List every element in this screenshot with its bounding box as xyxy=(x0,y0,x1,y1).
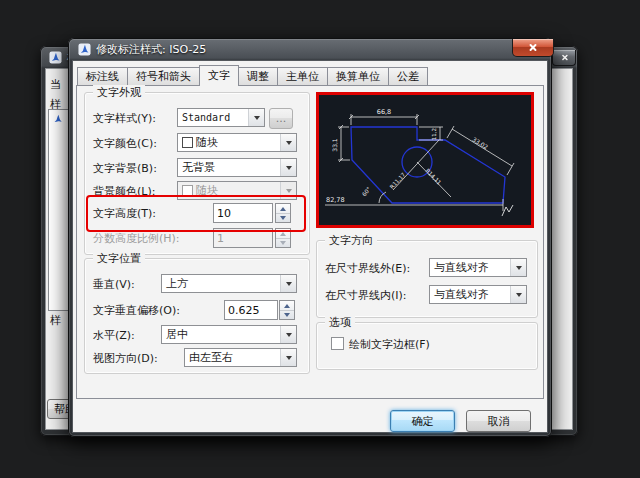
tab-dimension-lines[interactable]: 标注线 xyxy=(77,67,128,85)
chevron-down-icon xyxy=(280,326,296,343)
spin-down-icon[interactable] xyxy=(276,213,290,223)
byblock-color-swatch xyxy=(182,137,193,148)
draw-text-frame-checkbox[interactable] xyxy=(331,337,344,350)
outside-extension-label: 在尺寸界线外(E): xyxy=(325,261,410,276)
background-color-label: 背景颜色(L): xyxy=(93,184,155,199)
outside-extension-value: 与直线对齐 xyxy=(434,260,489,275)
inside-extension-label: 在尺寸界线内(I): xyxy=(325,288,407,303)
spin-down-icon[interactable] xyxy=(280,310,294,320)
horizontal-select[interactable]: 居中 xyxy=(161,325,297,344)
dim-text-top: 66,8 xyxy=(377,108,391,116)
app-logo-icon xyxy=(49,51,62,64)
current-style-label: 当 xyxy=(50,77,61,92)
style-section-label: 样 xyxy=(50,313,61,328)
chevron-down-icon xyxy=(280,349,296,366)
text-height-label: 文字高度(T): xyxy=(93,206,156,221)
close-icon xyxy=(529,43,538,52)
inside-extension-value: 与直线对齐 xyxy=(434,287,489,302)
tab-text[interactable]: 文字 xyxy=(199,65,239,86)
dim-text-bottom: 82,78 xyxy=(326,196,345,204)
outside-extension-select[interactable]: 与直线对齐 xyxy=(429,258,527,277)
text-style-more-button[interactable]: ... xyxy=(269,108,293,129)
tab-tolerances[interactable]: 公差 xyxy=(388,67,428,85)
options-group: 选项 绘制文字边框(F) xyxy=(316,322,538,370)
options-title: 选项 xyxy=(325,315,355,330)
spin-down-icon xyxy=(276,238,290,248)
vertical-select[interactable]: 上方 xyxy=(161,274,297,293)
text-background-label: 文字背景(B): xyxy=(93,161,157,176)
text-position-title: 文字位置 xyxy=(93,251,145,266)
text-direction-title: 文字方向 xyxy=(325,233,377,248)
text-style-label: 文字样式(Y): xyxy=(93,111,156,126)
style-item-icon xyxy=(52,113,64,125)
modify-dimension-style-dialog: 修改标注样式: ISO-25 标注线 符号和箭头 文字 调整 主单位 换算单位 … xyxy=(68,38,552,437)
ok-button[interactable]: 确定 xyxy=(390,410,455,432)
dim-text-angle: 60° xyxy=(361,186,372,198)
inside-extension-select[interactable]: 与直线对齐 xyxy=(429,285,527,304)
dim-text-step: 11,2 xyxy=(431,128,437,140)
byblock-color-swatch xyxy=(182,185,193,196)
text-background-value: 无背景 xyxy=(182,160,215,175)
cancel-button[interactable]: 取消 xyxy=(466,410,531,432)
dialog-titlebar: 修改标注样式: ISO-25 xyxy=(68,38,552,60)
chevron-down-icon xyxy=(248,109,264,126)
text-appearance-title: 文字外观 xyxy=(93,85,145,100)
chevron-down-icon xyxy=(280,182,296,199)
tab-alternate-units[interactable]: 换算单位 xyxy=(327,67,389,85)
horizontal-value: 居中 xyxy=(166,327,188,342)
close-icon xyxy=(560,54,567,61)
preview-dimension-texts: 66,8 33,1 11,2 33,02 R11,17 R14,11 60° 8… xyxy=(326,108,490,204)
vertical-label: 垂直(V): xyxy=(93,277,135,292)
view-direction-select[interactable]: 由左至右 xyxy=(184,348,297,367)
vertical-offset-input[interactable] xyxy=(224,300,278,320)
fraction-scale-spinner xyxy=(275,228,291,248)
fraction-scale-label: 分数高度比例(H): xyxy=(93,231,180,246)
dim-text-radius2: R14,11 xyxy=(424,167,442,185)
vertical-value: 上方 xyxy=(166,276,188,291)
text-position-group: 文字位置 垂直(V): 上方 文字垂直偏移(O): 水平(Z): 居中 视 xyxy=(84,258,310,374)
dim-text-left: 33,1 xyxy=(331,138,338,152)
chevron-down-icon xyxy=(510,259,526,276)
text-color-select[interactable]: 随块 xyxy=(177,133,297,152)
tab-fit[interactable]: 调整 xyxy=(238,67,278,85)
preview-drawing: 66,8 33,1 11,2 33,02 R11,17 R14,11 60° 8… xyxy=(319,95,531,225)
text-style-select[interactable]: Standard xyxy=(177,108,265,127)
horizontal-label: 水平(Z): xyxy=(93,328,135,343)
dim-text-right: 33,02 xyxy=(471,135,489,150)
background-close-button[interactable] xyxy=(552,50,576,66)
dialog-close-button[interactable] xyxy=(512,39,554,57)
fraction-scale-input xyxy=(213,228,273,248)
dialog-title: 修改标注样式: ISO-25 xyxy=(96,42,206,57)
text-tab-panel: 文字外观 文字样式(Y): Standard ... 文字颜色(C): 随块 文… xyxy=(76,85,544,399)
spin-up-icon xyxy=(276,229,290,238)
text-color-label: 文字颜色(C): xyxy=(93,136,157,151)
chevron-down-icon xyxy=(280,159,296,176)
text-height-spinner[interactable] xyxy=(275,203,291,223)
app-logo-icon xyxy=(78,43,91,56)
vertical-offset-spinner[interactable] xyxy=(279,300,295,320)
dialog-client: 标注线 符号和箭头 文字 调整 主单位 换算单位 公差 文字外观 文字样式(Y)… xyxy=(72,60,548,433)
background-color-select: 随块 xyxy=(177,181,297,200)
background-color-value: 随块 xyxy=(196,183,218,198)
spin-up-icon[interactable] xyxy=(280,301,294,310)
spin-up-icon[interactable] xyxy=(276,204,290,213)
vertical-offset-label: 文字垂直偏移(O): xyxy=(93,303,180,318)
draw-text-frame-label: 绘制文字边框(F) xyxy=(349,337,430,352)
tab-symbols-arrows[interactable]: 符号和箭头 xyxy=(127,67,200,85)
text-appearance-group: 文字外观 文字样式(Y): Standard ... 文字颜色(C): 随块 文… xyxy=(84,92,310,255)
text-direction-group: 文字方向 在尺寸界线外(E): 与直线对齐 在尺寸界线内(I): 与直线对齐 xyxy=(316,240,538,318)
style-preview: 66,8 33,1 11,2 33,02 R11,17 R14,11 60° 8… xyxy=(316,92,534,228)
chevron-down-icon xyxy=(510,286,526,303)
text-background-select[interactable]: 无背景 xyxy=(177,158,297,177)
text-color-value: 随块 xyxy=(196,135,218,150)
view-direction-label: 视图方向(D): xyxy=(93,351,158,366)
chevron-down-icon xyxy=(280,275,296,292)
tab-primary-units[interactable]: 主单位 xyxy=(277,67,328,85)
text-height-input[interactable] xyxy=(213,203,273,223)
tab-strip: 标注线 符号和箭头 文字 调整 主单位 换算单位 公差 xyxy=(77,65,427,85)
chevron-down-icon xyxy=(280,134,296,151)
view-direction-value: 由左至右 xyxy=(189,350,233,365)
text-style-value: Standard xyxy=(182,112,230,123)
preview-shape xyxy=(351,127,505,203)
dim-text-radius1: R11,17 xyxy=(389,171,407,190)
